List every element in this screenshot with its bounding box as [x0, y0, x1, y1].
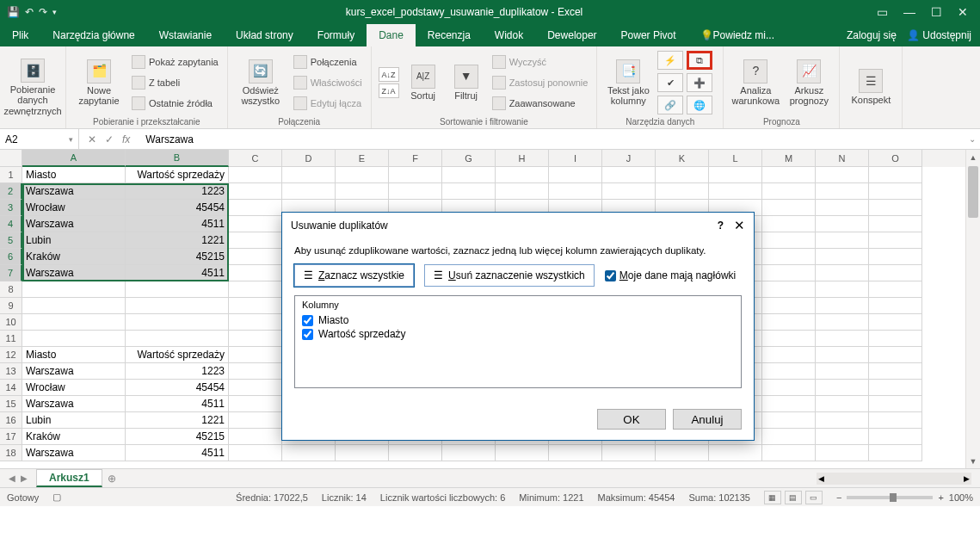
cell[interactable] [816, 396, 869, 412]
cell[interactable] [22, 298, 126, 314]
cell[interactable]: Miasto [22, 347, 126, 363]
cell[interactable]: 45454 [126, 380, 229, 396]
view-normal-icon[interactable]: ▦ [764, 491, 781, 504]
remove-duplicates-button[interactable]: ⧉ [687, 51, 712, 70]
tab-powerpivot[interactable]: Power Pivot [609, 24, 688, 46]
cell[interactable] [869, 249, 922, 265]
connections-button[interactable]: Połączenia [292, 53, 364, 71]
name-box[interactable]: A2▾ [0, 129, 79, 149]
cell[interactable]: Miasto [22, 167, 126, 183]
tab-tellme[interactable]: 💡 Powiedz mi... [688, 24, 786, 46]
recent-sources-button[interactable]: Ostatnie źródła [130, 95, 220, 112]
row-header[interactable]: 7 [0, 265, 22, 281]
cell[interactable] [442, 445, 496, 461]
column-header[interactable]: N [816, 150, 869, 167]
cell[interactable] [816, 412, 869, 429]
data-validation-button[interactable]: ✔ [657, 73, 683, 92]
cell[interactable] [229, 232, 282, 249]
cell[interactable]: Kraków [22, 249, 126, 265]
clear-filter-button[interactable]: Wyczyść [490, 53, 590, 71]
select-all-corner[interactable] [0, 150, 22, 167]
cell[interactable] [126, 314, 229, 331]
cell[interactable] [816, 281, 869, 298]
cell[interactable]: Warszawa [22, 183, 126, 200]
cell[interactable] [869, 396, 922, 412]
sheet-nav-prev-icon[interactable]: ◀ [9, 473, 15, 483]
cell[interactable] [229, 249, 282, 265]
column-header[interactable]: E [336, 150, 389, 167]
maximize-icon[interactable]: ☐ [931, 5, 942, 19]
row-header[interactable]: 10 [0, 314, 22, 331]
cell[interactable] [762, 331, 816, 347]
view-page-break-icon[interactable]: ▭ [805, 491, 823, 504]
cell[interactable]: 1223 [126, 183, 229, 200]
cell[interactable] [816, 445, 869, 461]
cell[interactable] [762, 445, 816, 461]
cell[interactable] [656, 167, 709, 183]
cell[interactable] [762, 429, 816, 445]
row-header[interactable]: 15 [0, 396, 22, 412]
cell[interactable] [229, 265, 282, 281]
tab-data[interactable]: Dane [367, 24, 416, 46]
add-sheet-button[interactable]: ⊕ [102, 473, 121, 485]
cell[interactable] [282, 183, 336, 200]
cell[interactable]: Kraków [22, 429, 126, 445]
qat-more-icon[interactable]: ▾ [52, 8, 57, 16]
cell[interactable] [282, 445, 336, 461]
cell[interactable] [869, 380, 922, 396]
cell[interactable]: Warszawa [22, 216, 126, 232]
cell[interactable] [869, 445, 922, 461]
column-header[interactable]: B [126, 150, 229, 167]
forecast-sheet-button[interactable]: 📈 Arkusz prognozy [786, 53, 832, 113]
cell[interactable]: 4511 [126, 216, 229, 232]
cancel-formula-icon[interactable]: ✕ [88, 133, 96, 145]
column-header[interactable]: F [389, 150, 442, 167]
cell[interactable]: Wartość sprzedaży [126, 347, 229, 363]
cell[interactable] [762, 249, 816, 265]
cell[interactable] [126, 298, 229, 314]
cell[interactable] [762, 281, 816, 298]
row-header[interactable]: 12 [0, 347, 22, 363]
has-headers-checkbox[interactable]: Moje dane mają nagłówki [605, 269, 736, 281]
undo-icon[interactable]: ↶ [25, 6, 34, 18]
sort-asc-icon[interactable]: A↓Z [379, 67, 399, 82]
share-button[interactable]: 👤 Udostępnij [907, 29, 971, 41]
cell[interactable] [336, 445, 389, 461]
relationships-button[interactable]: 🔗 [657, 96, 683, 114]
edit-links-button[interactable]: Edytuj łącza [292, 95, 364, 112]
minimize-icon[interactable]: — [903, 5, 915, 19]
column-header[interactable]: M [762, 150, 816, 167]
cell[interactable] [816, 183, 869, 200]
cell[interactable] [762, 200, 816, 216]
new-query-button[interactable]: 🗂️ Nowe zapytanie [73, 53, 125, 113]
cancel-button[interactable]: Anuluj [673, 409, 742, 430]
scroll-up-icon[interactable]: ▲ [966, 150, 980, 164]
tab-view[interactable]: Widok [483, 24, 535, 46]
cell[interactable] [549, 167, 602, 183]
row-header[interactable]: 14 [0, 380, 22, 396]
advanced-filter-button[interactable]: Zaawansowane [490, 95, 590, 112]
row-header[interactable]: 6 [0, 249, 22, 265]
row-header[interactable]: 2 [0, 183, 22, 200]
row-header[interactable]: 17 [0, 429, 22, 445]
accept-formula-icon[interactable]: ✓ [105, 133, 114, 145]
show-queries-button[interactable]: Pokaż zapytania [130, 53, 220, 71]
cell[interactable] [762, 380, 816, 396]
cell[interactable] [229, 331, 282, 347]
cell[interactable] [229, 380, 282, 396]
cell[interactable]: Warszawa [22, 445, 126, 461]
text-to-columns-button[interactable]: 📑 Tekst jako kolumny [604, 53, 652, 113]
filter-button[interactable]: ▼ Filtruj [447, 53, 485, 113]
cell[interactable] [816, 265, 869, 281]
cell[interactable] [229, 298, 282, 314]
expand-formula-bar-icon[interactable]: ⌄ [965, 134, 980, 144]
cell[interactable] [229, 216, 282, 232]
cell[interactable] [496, 167, 549, 183]
sheet-tab[interactable]: Arkusz1 [36, 469, 102, 487]
cell[interactable] [762, 216, 816, 232]
cell[interactable] [816, 314, 869, 331]
status-macro-icon[interactable]: ▢ [52, 492, 61, 503]
cell[interactable] [869, 412, 922, 429]
cell[interactable]: Lubin [22, 232, 126, 249]
cell[interactable] [869, 216, 922, 232]
